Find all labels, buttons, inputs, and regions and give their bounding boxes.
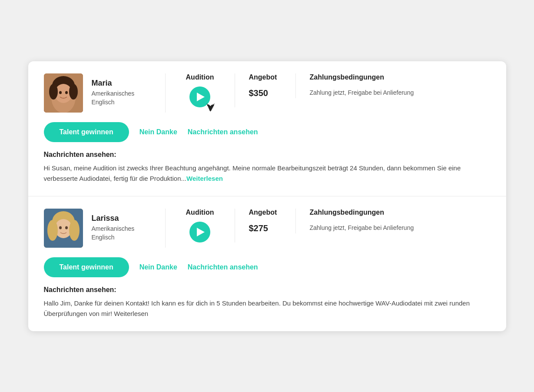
svg-point-4 <box>49 84 58 100</box>
play-button-larissa[interactable] <box>189 222 210 243</box>
talent-name-maria: Maria <box>92 79 135 88</box>
talent-gewinnen-button-maria[interactable]: Talent gewinnen <box>44 122 129 142</box>
svg-point-6 <box>59 91 62 94</box>
angebot-label-larissa: Angebot <box>249 209 277 216</box>
card-larissa: Larissa AmerikanischesEnglisch Audition … <box>28 196 506 331</box>
nachrichten-section-maria: Nachrichten ansehen: Hi Susan, meine Aud… <box>44 151 491 184</box>
card-top-maria: Maria AmerikanischesEnglisch Audition ⮟ … <box>44 73 491 113</box>
nachrichten-ansehen-button-maria[interactable]: Nachrichten ansehen <box>188 128 258 136</box>
cursor-icon-maria: ⮟ <box>206 102 216 113</box>
talent-gewinnen-button-larissa[interactable]: Talent gewinnen <box>44 257 129 277</box>
avatar-maria <box>44 73 83 113</box>
nachrichten-title-larissa: Nachrichten ansehen: <box>44 286 491 294</box>
nachrichten-text-larissa: Hallo Jim, Danke für deinen Kontakt! Ich… <box>44 298 491 319</box>
nachrichten-text-maria: Hi Susan, meine Audition ist zwecks Ihre… <box>44 163 491 184</box>
card-top-larissa: Larissa AmerikanischesEnglisch Audition … <box>44 209 491 248</box>
play-icon-maria <box>197 93 205 101</box>
angebot-price-larissa: $275 <box>249 223 269 233</box>
col-angebot-larissa: Angebot $275 <box>235 209 296 233</box>
main-container: Maria AmerikanischesEnglisch Audition ⮟ … <box>28 61 506 331</box>
col-angebot-maria: Angebot $350 <box>235 73 296 98</box>
col-zahlung-maria: Zahlungsbedingungen Zahlung jetzt, Freig… <box>296 73 491 96</box>
avatar-larissa <box>44 209 83 248</box>
nein-danke-button-maria[interactable]: Nein Danke <box>139 128 177 136</box>
talent-lang-maria: AmerikanischesEnglisch <box>92 90 135 106</box>
card-maria: Maria AmerikanischesEnglisch Audition ⮟ … <box>28 61 506 196</box>
nachrichten-body-maria: Hi Susan, meine Audition ist zwecks Ihre… <box>44 164 461 182</box>
nachrichten-title-maria: Nachrichten ansehen: <box>44 151 491 159</box>
col-audition-larissa: Audition <box>166 209 235 243</box>
angebot-price-maria: $350 <box>249 88 269 98</box>
talent-text-maria: Maria AmerikanischesEnglisch <box>92 79 135 106</box>
svg-point-7 <box>65 91 68 94</box>
svg-point-5 <box>69 84 78 100</box>
audition-label-maria: Audition <box>186 73 214 81</box>
zahlung-label-larissa: Zahlungsbedingungen <box>310 209 491 216</box>
audition-label-larissa: Audition <box>186 209 214 216</box>
nein-danke-button-larissa[interactable]: Nein Danke <box>139 263 177 271</box>
svg-point-15 <box>65 226 68 229</box>
col-audition-maria: Audition ⮟ <box>166 73 235 107</box>
talent-lang-larissa: AmerikanischesEnglisch <box>92 225 135 242</box>
card-actions-maria: Talent gewinnen Nein Danke Nachrichten a… <box>44 122 491 142</box>
zahlung-value-larissa: Zahlung jetzt, Freigabe bei Anlieferung <box>310 224 491 231</box>
card-actions-larissa: Talent gewinnen Nein Danke Nachrichten a… <box>44 257 491 277</box>
talent-text-larissa: Larissa AmerikanischesEnglisch <box>92 214 135 242</box>
svg-point-13 <box>69 220 80 241</box>
svg-point-14 <box>59 226 62 229</box>
nachrichten-section-larissa: Nachrichten ansehen: Hallo Jim, Danke fü… <box>44 286 491 319</box>
play-icon-larissa <box>197 228 205 236</box>
svg-point-12 <box>47 220 58 241</box>
col-zahlung-larissa: Zahlungsbedingungen Zahlung jetzt, Freig… <box>296 209 491 231</box>
talent-info-maria: Maria AmerikanischesEnglisch <box>44 73 166 113</box>
talent-info-larissa: Larissa AmerikanischesEnglisch <box>44 209 166 248</box>
zahlung-value-maria: Zahlung jetzt, Freigabe bei Anlieferung <box>310 89 491 96</box>
talent-name-larissa: Larissa <box>92 214 135 223</box>
zahlung-label-maria: Zahlungsbedingungen <box>310 73 491 81</box>
nachrichten-ansehen-button-larissa[interactable]: Nachrichten ansehen <box>188 263 258 271</box>
weiterlesen-maria[interactable]: Weiterlesen <box>186 175 223 182</box>
angebot-label-maria: Angebot <box>249 73 277 81</box>
play-button-maria[interactable]: ⮟ <box>189 86 210 107</box>
